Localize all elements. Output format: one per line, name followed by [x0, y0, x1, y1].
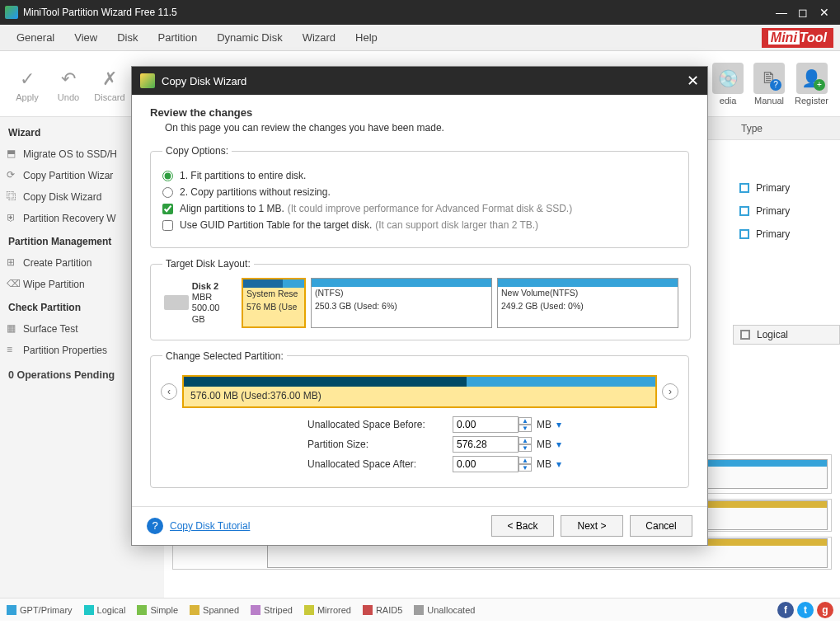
discard-button[interactable]: ✗Discard — [89, 66, 130, 102]
swatch-icon — [304, 605, 314, 615]
legend-item: GPT/Primary — [7, 605, 73, 615]
spin-up-icon[interactable]: ▲ — [519, 417, 532, 425]
back-button[interactable]: < Back — [491, 515, 554, 537]
recovery-icon: ⛨ — [7, 212, 18, 223]
input-unalloc-after[interactable] — [453, 456, 519, 472]
apply-button[interactable]: ✓Apply — [7, 66, 48, 102]
radio-fit[interactable] — [162, 171, 173, 181]
menu-partition[interactable]: Partition — [148, 26, 207, 49]
target-partition-newvol[interactable]: New Volume(NTFS)249.2 GB (Used: 0%) — [497, 278, 678, 328]
unit-dropdown[interactable]: ▾ — [556, 458, 568, 470]
tutorial-link[interactable]: Copy Disk Tutorial — [170, 520, 250, 532]
app-title: MiniTool Partition Wizard Free 11.5 — [23, 7, 177, 18]
row-unalloc-before: Unallocated Space Before: ▲▼ MB ▾ — [162, 416, 677, 433]
slider-label: 576.00 MB (Used:376.00 MB) — [184, 387, 655, 405]
discard-icon: ✗ — [89, 66, 130, 92]
swatch-icon — [190, 605, 199, 615]
twitter-icon[interactable]: t — [797, 602, 814, 618]
radio-noresize[interactable] — [162, 187, 173, 198]
checkbox-gpt[interactable] — [162, 220, 173, 231]
dialog-subheading: On this page you can review the changes … — [165, 122, 689, 134]
help-badge-icon: ? — [770, 79, 781, 91]
legend-item: Mirrored — [304, 605, 351, 615]
copy-options-group: Copy Options: 1. Fit partitions to entir… — [150, 145, 689, 248]
menu-dynamic-disk[interactable]: Dynamic Disk — [207, 26, 292, 49]
legend-item: Unallocated — [414, 605, 475, 615]
swatch-icon — [84, 605, 94, 615]
spin-down-icon[interactable]: ▼ — [519, 444, 532, 452]
swatch-icon — [137, 605, 147, 615]
row-partition-size: Partition Size: ▲▼ MB ▾ — [162, 436, 677, 453]
manual-icon: 🗎 — [753, 63, 785, 94]
menu-disk[interactable]: Disk — [107, 26, 148, 49]
minimize-button[interactable]: — — [771, 4, 792, 21]
csp-legend: Change Selected Partition: — [162, 350, 287, 362]
check-icon: ✓ — [7, 66, 48, 92]
titlebar: MiniTool Partition Wizard Free 11.5 — ◻ … — [0, 0, 840, 25]
app-icon — [5, 6, 18, 19]
register-button[interactable]: 👤+Register — [795, 63, 828, 106]
undo-button[interactable]: ↶Undo — [48, 66, 89, 102]
option-gpt[interactable]: Use GUID Partition Table for the target … — [162, 219, 677, 231]
input-partition-size[interactable] — [453, 436, 519, 453]
manual-button[interactable]: 🗎?Manual — [753, 63, 785, 106]
col-type: Type — [741, 123, 840, 134]
spin-down-icon[interactable]: ▼ — [519, 464, 532, 472]
input-unalloc-before[interactable] — [453, 416, 519, 433]
table-row-logical: Logical — [733, 325, 840, 345]
dialog-titlebar[interactable]: Copy Disk Wizard ✕ — [132, 67, 707, 95]
menu-general[interactable]: General — [7, 26, 64, 49]
unit-dropdown[interactable]: ▾ — [556, 419, 568, 430]
disk-icon: ⬒ — [7, 148, 18, 159]
copy-icon: ⟳ — [7, 169, 18, 181]
slider-right-button[interactable]: › — [662, 383, 678, 400]
wizard-icon — [140, 73, 155, 88]
legend-item: RAID5 — [363, 605, 402, 615]
menu-help[interactable]: Help — [345, 26, 387, 49]
row-unalloc-after: Unallocated Space After: ▲▼ MB ▾ — [162, 456, 677, 472]
target-partition-ntfs[interactable]: (NTFS)250.3 GB (Used: 6%) — [311, 278, 492, 328]
spin-down-icon[interactable]: ▼ — [519, 425, 532, 432]
spin-up-icon[interactable]: ▲ — [519, 437, 532, 444]
option-no-resize[interactable]: 2. Copy partitions without resizing. — [162, 186, 677, 198]
eraser-icon: ⌫ — [7, 278, 18, 289]
media-button[interactable]: 💿edia — [712, 63, 744, 106]
unit-dropdown[interactable]: ▾ — [556, 439, 568, 450]
primary-swatch-icon — [739, 183, 749, 193]
menu-wizard[interactable]: Wizard — [293, 26, 345, 49]
cancel-button[interactable]: Cancel — [630, 515, 692, 537]
list-icon: ≡ — [7, 344, 18, 355]
target-partition-system[interactable]: System Rese576 MB (Use — [242, 278, 306, 328]
maximize-button[interactable]: ◻ — [792, 4, 814, 21]
slider-left-button[interactable]: ‹ — [161, 383, 177, 400]
disk-icon — [164, 295, 189, 310]
swatch-icon — [363, 605, 373, 615]
table-row: Primary — [733, 223, 840, 246]
change-selected-partition-group: Change Selected Partition: ‹ 576.00 MB (… — [150, 350, 689, 488]
partition-slider[interactable]: 576.00 MB (Used:376.00 MB) — [182, 375, 657, 408]
menu-view[interactable]: View — [64, 26, 107, 49]
copy-disk-icon: ⿻ — [7, 190, 18, 202]
brand-logo: MiniTool — [762, 28, 833, 48]
type-column: Primary Primary Primary Logical — [733, 140, 840, 345]
dialog-close-button[interactable]: ✕ — [687, 72, 699, 90]
help-icon[interactable]: ? — [147, 518, 163, 534]
close-button[interactable]: ✕ — [814, 4, 835, 21]
next-button[interactable]: Next > — [561, 515, 623, 537]
checkbox-align[interactable] — [162, 204, 173, 214]
target-disk-layout-group: Target Disk Layout: Disk 2MBR500.00 GB S… — [150, 258, 691, 340]
swatch-icon — [414, 605, 424, 615]
swatch-icon — [7, 605, 16, 615]
option-align[interactable]: Align partitions to 1 MB.(It could impro… — [162, 203, 677, 214]
option-fit[interactable]: 1. Fit partitions to entire disk. — [162, 170, 677, 181]
gplus-icon[interactable]: g — [817, 602, 833, 618]
legend-item: Striped — [251, 605, 293, 615]
facebook-icon[interactable]: f — [777, 602, 794, 618]
legend-item: Simple — [137, 605, 178, 615]
tdl-legend: Target Disk Layout: — [162, 258, 254, 270]
swatch-icon — [251, 605, 260, 615]
dialog-heading: Review the changes — [150, 106, 689, 119]
menubar: General View Disk Partition Dynamic Disk… — [0, 25, 840, 51]
disk-header: Disk 2MBR500.00 GB — [162, 278, 237, 328]
spin-up-icon[interactable]: ▲ — [519, 457, 532, 464]
